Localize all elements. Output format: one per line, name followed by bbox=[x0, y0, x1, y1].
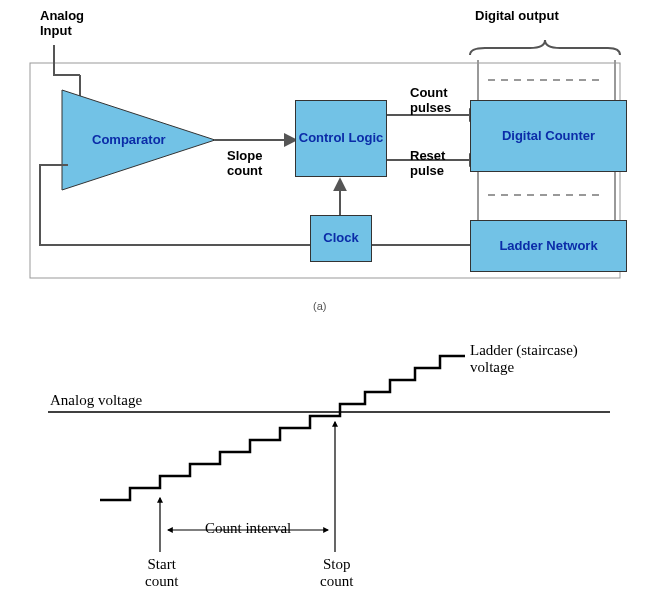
count-pulses-label: Count pulses bbox=[410, 85, 451, 115]
reset-pulse-label: Reset pulse bbox=[410, 148, 445, 178]
analog-input-label: Analog Input bbox=[40, 8, 84, 38]
control-logic-block: Control Logic bbox=[295, 100, 387, 177]
sublabel-a: (a) bbox=[313, 300, 326, 312]
digital-counter-block: Digital Counter bbox=[470, 100, 627, 172]
diagram-canvas: Analog Input Digital output Comparator C… bbox=[0, 0, 649, 595]
clock-block: Clock bbox=[310, 215, 372, 262]
digital-output-label: Digital output bbox=[475, 8, 559, 23]
digital-counter-label: Digital Counter bbox=[502, 129, 595, 144]
wiring-svg bbox=[0, 0, 649, 595]
comparator-label: Comparator bbox=[92, 132, 166, 147]
ladder-network-block: Ladder Network bbox=[470, 220, 627, 272]
clock-label: Clock bbox=[323, 231, 358, 246]
ladder-network-label: Ladder Network bbox=[499, 239, 597, 254]
start-count-label: Start count bbox=[145, 556, 178, 590]
analog-voltage-label: Analog voltage bbox=[50, 392, 142, 409]
ladder-voltage-label: Ladder (staircase) voltage bbox=[470, 342, 578, 376]
control-logic-label: Control Logic bbox=[299, 131, 384, 146]
slope-count-label: Slope count bbox=[227, 148, 262, 178]
count-interval-label: Count interval bbox=[205, 520, 291, 537]
stop-count-label: Stop count bbox=[320, 556, 353, 590]
